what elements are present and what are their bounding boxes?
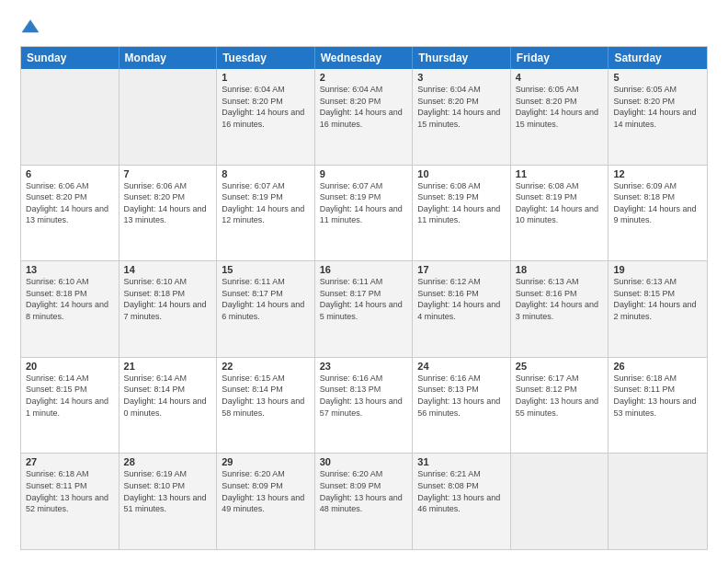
day-info: Sunrise: 6:20 AM Sunset: 8:09 PM Dayligh… [320, 468, 408, 514]
day-number: 1 [222, 72, 310, 83]
day-info: Sunrise: 6:21 AM Sunset: 8:08 PM Dayligh… [417, 468, 506, 514]
calendar-cell: 30Sunrise: 6:20 AM Sunset: 8:09 PM Dayli… [315, 454, 414, 549]
day-number: 23 [320, 361, 408, 372]
day-info: Sunrise: 6:08 AM Sunset: 8:19 PM Dayligh… [516, 180, 604, 226]
calendar-header: SundayMondayTuesdayWednesdayThursdayFrid… [21, 47, 707, 69]
calendar-row: 20Sunrise: 6:14 AM Sunset: 8:15 PM Dayli… [21, 357, 707, 454]
calendar-cell: 2Sunrise: 6:04 AM Sunset: 8:20 PM Daylig… [315, 69, 414, 165]
calendar-page: SundayMondayTuesdayWednesdayThursdayFrid… [0, 0, 728, 563]
calendar-cell: 20Sunrise: 6:14 AM Sunset: 8:15 PM Dayli… [21, 358, 119, 454]
calendar-cell: 1Sunrise: 6:04 AM Sunset: 8:20 PM Daylig… [217, 69, 315, 165]
calendar-cell: 7Sunrise: 6:06 AM Sunset: 8:20 PM Daylig… [119, 166, 218, 261]
day-info: Sunrise: 6:18 AM Sunset: 8:11 PM Dayligh… [613, 373, 702, 419]
weekday-header: Friday [511, 47, 609, 69]
day-number: 19 [613, 264, 702, 275]
day-number: 13 [26, 264, 114, 275]
day-info: Sunrise: 6:05 AM Sunset: 8:20 PM Dayligh… [516, 84, 604, 130]
calendar-cell [609, 454, 707, 549]
calendar-row: 6Sunrise: 6:06 AM Sunset: 8:20 PM Daylig… [21, 165, 707, 261]
day-number: 28 [124, 456, 212, 467]
day-info: Sunrise: 6:16 AM Sunset: 8:13 PM Dayligh… [320, 373, 408, 419]
day-number: 12 [613, 168, 702, 179]
calendar-cell: 21Sunrise: 6:14 AM Sunset: 8:14 PM Dayli… [119, 358, 218, 454]
day-info: Sunrise: 6:12 AM Sunset: 8:16 PM Dayligh… [417, 276, 506, 322]
day-info: Sunrise: 6:07 AM Sunset: 8:19 PM Dayligh… [320, 180, 408, 226]
day-number: 9 [320, 168, 408, 179]
calendar-row: 13Sunrise: 6:10 AM Sunset: 8:18 PM Dayli… [21, 260, 707, 357]
calendar-cell: 12Sunrise: 6:09 AM Sunset: 8:18 PM Dayli… [609, 166, 707, 261]
day-info: Sunrise: 6:15 AM Sunset: 8:14 PM Dayligh… [222, 373, 310, 419]
day-number: 18 [516, 264, 604, 275]
day-info: Sunrise: 6:05 AM Sunset: 8:20 PM Dayligh… [613, 84, 702, 130]
day-info: Sunrise: 6:07 AM Sunset: 8:19 PM Dayligh… [222, 180, 310, 226]
day-number: 17 [417, 264, 506, 275]
calendar-cell: 18Sunrise: 6:13 AM Sunset: 8:16 PM Dayli… [511, 261, 609, 357]
logo-icon [20, 17, 40, 37]
calendar-cell: 14Sunrise: 6:10 AM Sunset: 8:18 PM Dayli… [119, 261, 218, 357]
calendar-cell: 22Sunrise: 6:15 AM Sunset: 8:14 PM Dayli… [217, 358, 315, 454]
day-info: Sunrise: 6:11 AM Sunset: 8:17 PM Dayligh… [222, 276, 310, 322]
day-info: Sunrise: 6:04 AM Sunset: 8:20 PM Dayligh… [320, 84, 408, 130]
day-info: Sunrise: 6:04 AM Sunset: 8:20 PM Dayligh… [222, 84, 310, 130]
day-number: 31 [417, 456, 506, 467]
calendar-cell: 26Sunrise: 6:18 AM Sunset: 8:11 PM Dayli… [609, 358, 707, 454]
day-info: Sunrise: 6:14 AM Sunset: 8:15 PM Dayligh… [26, 373, 114, 419]
day-number: 10 [417, 168, 506, 179]
day-info: Sunrise: 6:20 AM Sunset: 8:09 PM Dayligh… [222, 468, 310, 514]
calendar-cell: 28Sunrise: 6:19 AM Sunset: 8:10 PM Dayli… [119, 454, 218, 549]
calendar: SundayMondayTuesdayWednesdayThursdayFrid… [20, 46, 708, 550]
calendar-cell: 25Sunrise: 6:17 AM Sunset: 8:12 PM Dayli… [511, 358, 609, 454]
day-info: Sunrise: 6:04 AM Sunset: 8:20 PM Dayligh… [417, 84, 506, 130]
day-info: Sunrise: 6:13 AM Sunset: 8:15 PM Dayligh… [613, 276, 702, 322]
calendar-cell: 31Sunrise: 6:21 AM Sunset: 8:08 PM Dayli… [413, 454, 511, 549]
calendar-cell [21, 69, 119, 165]
calendar-cell [511, 454, 609, 549]
calendar-row: 1Sunrise: 6:04 AM Sunset: 8:20 PM Daylig… [21, 69, 707, 165]
day-number: 27 [26, 456, 114, 467]
day-number: 5 [613, 72, 702, 83]
day-number: 2 [320, 72, 408, 83]
calendar-cell: 9Sunrise: 6:07 AM Sunset: 8:19 PM Daylig… [315, 166, 414, 261]
logo [20, 17, 44, 37]
calendar-cell: 16Sunrise: 6:11 AM Sunset: 8:17 PM Dayli… [315, 261, 414, 357]
calendar-cell: 17Sunrise: 6:12 AM Sunset: 8:16 PM Dayli… [413, 261, 511, 357]
calendar-cell: 27Sunrise: 6:18 AM Sunset: 8:11 PM Dayli… [21, 454, 119, 549]
day-info: Sunrise: 6:16 AM Sunset: 8:13 PM Dayligh… [417, 373, 506, 419]
calendar-cell: 24Sunrise: 6:16 AM Sunset: 8:13 PM Dayli… [413, 358, 511, 454]
weekday-header: Thursday [413, 47, 511, 69]
day-number: 22 [222, 361, 310, 372]
day-number: 21 [124, 361, 212, 372]
calendar-cell [119, 69, 218, 165]
day-number: 30 [320, 456, 408, 467]
day-number: 26 [613, 361, 702, 372]
day-info: Sunrise: 6:06 AM Sunset: 8:20 PM Dayligh… [26, 180, 114, 226]
day-number: 16 [320, 264, 408, 275]
weekday-header: Saturday [609, 47, 707, 69]
weekday-header: Wednesday [315, 47, 414, 69]
calendar-cell: 19Sunrise: 6:13 AM Sunset: 8:15 PM Dayli… [609, 261, 707, 357]
weekday-header: Sunday [21, 47, 119, 69]
day-number: 11 [516, 168, 604, 179]
day-info: Sunrise: 6:10 AM Sunset: 8:18 PM Dayligh… [124, 276, 212, 322]
day-number: 6 [26, 168, 114, 179]
calendar-row: 27Sunrise: 6:18 AM Sunset: 8:11 PM Dayli… [21, 453, 707, 549]
calendar-cell: 3Sunrise: 6:04 AM Sunset: 8:20 PM Daylig… [413, 69, 511, 165]
day-info: Sunrise: 6:08 AM Sunset: 8:19 PM Dayligh… [417, 180, 506, 226]
calendar-cell: 23Sunrise: 6:16 AM Sunset: 8:13 PM Dayli… [315, 358, 414, 454]
day-number: 4 [516, 72, 604, 83]
day-info: Sunrise: 6:17 AM Sunset: 8:12 PM Dayligh… [516, 373, 604, 419]
day-number: 24 [417, 361, 506, 372]
calendar-cell: 10Sunrise: 6:08 AM Sunset: 8:19 PM Dayli… [413, 166, 511, 261]
day-info: Sunrise: 6:13 AM Sunset: 8:16 PM Dayligh… [516, 276, 604, 322]
day-info: Sunrise: 6:14 AM Sunset: 8:14 PM Dayligh… [124, 373, 212, 419]
day-number: 14 [124, 264, 212, 275]
calendar-cell: 29Sunrise: 6:20 AM Sunset: 8:09 PM Dayli… [217, 454, 315, 549]
weekday-header: Tuesday [217, 47, 315, 69]
day-info: Sunrise: 6:18 AM Sunset: 8:11 PM Dayligh… [26, 468, 114, 514]
day-number: 20 [26, 361, 114, 372]
calendar-cell: 11Sunrise: 6:08 AM Sunset: 8:19 PM Dayli… [511, 166, 609, 261]
day-number: 7 [124, 168, 212, 179]
calendar-cell: 5Sunrise: 6:05 AM Sunset: 8:20 PM Daylig… [609, 69, 707, 165]
day-number: 3 [417, 72, 506, 83]
day-info: Sunrise: 6:19 AM Sunset: 8:10 PM Dayligh… [124, 468, 212, 514]
